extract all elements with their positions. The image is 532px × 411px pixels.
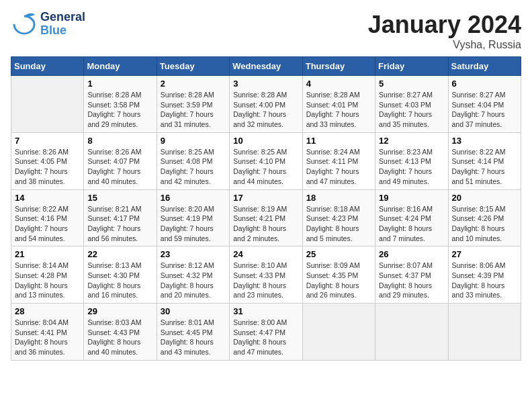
header-wednesday: Wednesday [230,57,302,76]
calendar-cell: 25Sunrise: 8:09 AMSunset: 4:35 PMDayligh… [302,246,375,304]
calendar-table: Sunday Monday Tuesday Wednesday Thursday… [11,56,521,361]
day-number: 15 [87,193,152,203]
day-number: 23 [161,249,226,259]
day-number: 11 [306,136,371,146]
page-header: General Blue January 2024 Vysha, Russia [11,11,521,51]
day-number: 6 [452,79,517,89]
day-info: Sunrise: 8:27 AMSunset: 4:04 PMDaylight:… [452,90,517,130]
calendar-cell: 4Sunrise: 8:28 AMSunset: 4:01 PMDaylight… [302,76,375,133]
calendar-cell [302,304,375,361]
calendar-cell: 18Sunrise: 8:18 AMSunset: 4:23 PMDayligh… [302,189,375,246]
calendar-cell: 2Sunrise: 8:28 AMSunset: 3:59 PMDaylight… [157,76,229,133]
day-info: Sunrise: 8:25 AMSunset: 4:08 PMDaylight:… [161,147,226,187]
day-number: 5 [379,79,444,89]
calendar-cell: 8Sunrise: 8:26 AMSunset: 4:07 PMDaylight… [84,132,157,189]
day-number: 9 [161,136,226,146]
calendar-cell: 28Sunrise: 8:04 AMSunset: 4:41 PMDayligh… [11,304,84,361]
day-info: Sunrise: 8:07 AMSunset: 4:37 PMDaylight:… [379,261,444,300]
calendar-cell: 30Sunrise: 8:01 AMSunset: 4:45 PMDayligh… [157,304,229,361]
day-number: 25 [306,249,371,259]
header-tuesday: Tuesday [157,57,229,76]
calendar-cell: 9Sunrise: 8:25 AMSunset: 4:08 PMDaylight… [157,132,229,189]
day-info: Sunrise: 8:23 AMSunset: 4:13 PMDaylight:… [379,147,444,187]
calendar-cell: 23Sunrise: 8:12 AMSunset: 4:32 PMDayligh… [157,246,229,304]
logo-icon [11,11,38,38]
day-info: Sunrise: 8:13 AMSunset: 4:30 PMDaylight:… [87,261,152,300]
header-row: Sunday Monday Tuesday Wednesday Thursday… [11,57,521,76]
calendar-cell: 6Sunrise: 8:27 AMSunset: 4:04 PMDaylight… [448,76,521,133]
calendar-cell: 14Sunrise: 8:22 AMSunset: 4:16 PMDayligh… [11,189,84,246]
logo-general: General [40,11,85,24]
day-info: Sunrise: 8:14 AMSunset: 4:28 PMDaylight:… [15,261,80,300]
header-friday: Friday [375,57,448,76]
calendar-cell [448,304,521,361]
calendar-cell: 13Sunrise: 8:22 AMSunset: 4:14 PMDayligh… [448,132,521,189]
calendar-cell [11,76,84,133]
day-info: Sunrise: 8:00 AMSunset: 4:47 PMDaylight:… [233,318,298,357]
calendar-cell: 3Sunrise: 8:28 AMSunset: 4:00 PMDaylight… [230,76,302,133]
day-info: Sunrise: 8:06 AMSunset: 4:39 PMDaylight:… [452,261,517,300]
day-info: Sunrise: 8:12 AMSunset: 4:32 PMDaylight:… [161,261,226,300]
calendar-body: 1Sunrise: 8:28 AMSunset: 3:58 PMDaylight… [11,76,521,361]
calendar-subtitle: Vysha, Russia [368,39,521,51]
calendar-cell: 7Sunrise: 8:26 AMSunset: 4:05 PMDaylight… [11,132,84,189]
calendar-cell: 1Sunrise: 8:28 AMSunset: 3:58 PMDaylight… [84,76,157,133]
calendar-cell: 27Sunrise: 8:06 AMSunset: 4:39 PMDayligh… [448,246,521,304]
day-number: 27 [452,249,517,259]
day-number: 18 [306,193,371,203]
calendar-cell: 5Sunrise: 8:27 AMSunset: 4:03 PMDaylight… [375,76,448,133]
day-number: 10 [233,136,298,146]
day-number: 12 [379,136,444,146]
day-number: 17 [233,193,298,203]
day-info: Sunrise: 8:27 AMSunset: 4:03 PMDaylight:… [379,90,444,130]
day-number: 1 [87,79,152,89]
day-number: 24 [233,249,298,259]
day-info: Sunrise: 8:03 AMSunset: 4:43 PMDaylight:… [87,318,152,357]
day-info: Sunrise: 8:04 AMSunset: 4:41 PMDaylight:… [15,318,80,357]
day-info: Sunrise: 8:10 AMSunset: 4:33 PMDaylight:… [233,261,298,300]
day-number: 14 [15,193,80,203]
calendar-cell: 10Sunrise: 8:25 AMSunset: 4:10 PMDayligh… [230,132,302,189]
day-number: 28 [15,306,80,316]
day-info: Sunrise: 8:01 AMSunset: 4:45 PMDaylight:… [161,318,226,357]
calendar-week-4: 21Sunrise: 8:14 AMSunset: 4:28 PMDayligh… [11,246,521,304]
day-number: 19 [379,193,444,203]
calendar-cell: 21Sunrise: 8:14 AMSunset: 4:28 PMDayligh… [11,246,84,304]
calendar-cell: 19Sunrise: 8:16 AMSunset: 4:24 PMDayligh… [375,189,448,246]
day-info: Sunrise: 8:28 AMSunset: 4:00 PMDaylight:… [233,90,298,130]
header-saturday: Saturday [448,57,521,76]
calendar-cell: 31Sunrise: 8:00 AMSunset: 4:47 PMDayligh… [230,304,302,361]
title-block: January 2024 Vysha, Russia [368,11,521,51]
calendar-week-5: 28Sunrise: 8:04 AMSunset: 4:41 PMDayligh… [11,304,521,361]
calendar-cell: 29Sunrise: 8:03 AMSunset: 4:43 PMDayligh… [84,304,157,361]
day-info: Sunrise: 8:22 AMSunset: 4:16 PMDaylight:… [15,204,80,244]
logo: General Blue [11,11,85,38]
calendar-cell: 20Sunrise: 8:15 AMSunset: 4:26 PMDayligh… [448,189,521,246]
calendar-cell: 11Sunrise: 8:24 AMSunset: 4:11 PMDayligh… [302,132,375,189]
day-number: 2 [161,79,226,89]
logo-blue: Blue [40,24,85,38]
day-info: Sunrise: 8:16 AMSunset: 4:24 PMDaylight:… [379,204,444,244]
day-info: Sunrise: 8:09 AMSunset: 4:35 PMDaylight:… [306,261,371,300]
day-number: 26 [379,249,444,259]
day-info: Sunrise: 8:26 AMSunset: 4:07 PMDaylight:… [87,147,152,187]
day-info: Sunrise: 8:28 AMSunset: 3:58 PMDaylight:… [87,90,152,130]
day-number: 30 [161,306,226,316]
calendar-cell: 15Sunrise: 8:21 AMSunset: 4:17 PMDayligh… [84,189,157,246]
day-info: Sunrise: 8:22 AMSunset: 4:14 PMDaylight:… [452,147,517,187]
day-info: Sunrise: 8:18 AMSunset: 4:23 PMDaylight:… [306,204,371,244]
day-number: 4 [306,79,371,89]
calendar-week-3: 14Sunrise: 8:22 AMSunset: 4:16 PMDayligh… [11,189,521,246]
calendar-cell: 12Sunrise: 8:23 AMSunset: 4:13 PMDayligh… [375,132,448,189]
day-info: Sunrise: 8:21 AMSunset: 4:17 PMDaylight:… [87,204,152,244]
day-number: 13 [452,136,517,146]
logo-text: General Blue [40,11,85,38]
day-number: 20 [452,193,517,203]
day-info: Sunrise: 8:25 AMSunset: 4:10 PMDaylight:… [233,147,298,187]
day-info: Sunrise: 8:15 AMSunset: 4:26 PMDaylight:… [452,204,517,244]
header-monday: Monday [84,57,157,76]
calendar-week-2: 7Sunrise: 8:26 AMSunset: 4:05 PMDaylight… [11,132,521,189]
day-number: 7 [15,136,80,146]
calendar-cell: 26Sunrise: 8:07 AMSunset: 4:37 PMDayligh… [375,246,448,304]
day-info: Sunrise: 8:26 AMSunset: 4:05 PMDaylight:… [15,147,80,187]
